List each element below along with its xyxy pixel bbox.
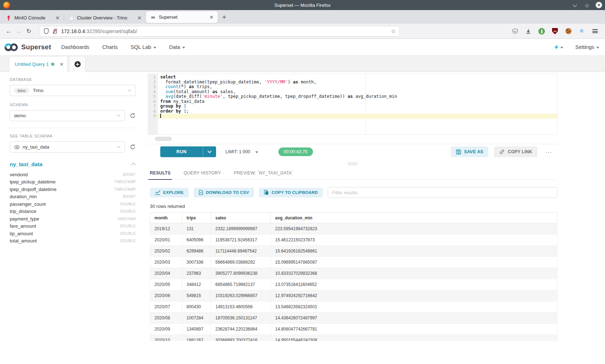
limit-dropdown[interactable]: LIMIT: 1 000 xyxy=(225,149,258,154)
shield-icon[interactable] xyxy=(44,28,49,34)
table-cell: 23628744.220236864 xyxy=(211,324,271,335)
table-cell: 15.641926182548861 xyxy=(271,246,557,256)
bookmark-star-icon[interactable]: ☆ xyxy=(391,28,396,35)
filter-results-input[interactable] xyxy=(328,187,557,198)
database-select[interactable]: trino Trino xyxy=(10,85,136,96)
window-close-button[interactable]: × xyxy=(596,2,602,8)
table-row: 2020/0780043014913153.460055613.54682358… xyxy=(150,301,557,313)
results-tab-query-history[interactable]: QUERY HISTORY xyxy=(184,166,221,179)
lock-disabled-icon[interactable] xyxy=(52,28,58,34)
schema-label: SCHEMA xyxy=(10,103,136,107)
database-badge: trino xyxy=(14,88,29,94)
editor-toolbar: RUN LIMIT: 1 000 00:00:43.75 SAVE AS xyxy=(148,144,557,159)
window-maximize-button[interactable]: ◇ xyxy=(584,2,590,8)
file-icon xyxy=(199,190,203,195)
forward-button[interactable]: → xyxy=(14,26,24,36)
results-tab-preview-ny-taxi-data[interactable]: PREVIEW: `NY_TAXI_DATA` xyxy=(234,166,293,179)
grid-header: monthtripssalesavg_duration_min xyxy=(150,212,557,223)
explore-label: EXPLORE xyxy=(163,190,184,195)
refresh-schema-button[interactable] xyxy=(130,113,136,119)
pane-splitter-handle[interactable] xyxy=(148,161,557,166)
tab-close-icon[interactable]: ✕ xyxy=(136,15,142,21)
reload-button[interactable]: ↻ xyxy=(24,26,34,36)
download-csv-button[interactable]: DOWNLOAD TO CSV xyxy=(194,188,254,197)
run-button[interactable]: RUN xyxy=(160,146,216,157)
table-cell: 2020/08 xyxy=(150,313,182,323)
query-tab-untitled[interactable]: Untitled Query 1 ✕ xyxy=(9,56,68,72)
grid-header-cell[interactable]: trips xyxy=(182,213,211,223)
refresh-table-button[interactable] xyxy=(130,144,136,150)
sparkle-extension-icon[interactable]: ✳ xyxy=(578,28,585,35)
grid-header-cell[interactable]: month xyxy=(150,213,182,223)
explore-button[interactable]: EXPLORE xyxy=(150,188,189,197)
extension-icon[interactable] xyxy=(538,28,545,35)
new-item-button[interactable]: + xyxy=(554,43,563,51)
run-dropdown-button[interactable] xyxy=(203,146,216,157)
back-button[interactable]: ← xyxy=(4,26,14,36)
settings-menu[interactable]: Settings xyxy=(575,44,599,50)
sql-editor[interactable]: 123456789 select format_datetime(tpep_pi… xyxy=(148,74,557,135)
nav-data[interactable]: Data xyxy=(169,44,185,50)
grid-header-cell[interactable]: sales xyxy=(211,213,271,223)
browser-tab-superset[interactable]: ∞ Superset ✕ xyxy=(146,11,218,23)
run-label[interactable]: RUN xyxy=(160,146,203,157)
browser-toolbar: ← → ↻ 172.18.0.4:32295/superset/sqllab/ … xyxy=(0,24,605,39)
new-tab-button[interactable]: + xyxy=(218,12,230,24)
tab-close-icon[interactable]: ✕ xyxy=(209,14,214,20)
code-line: format_datetime(tpep_pickup_datetime, 'Y… xyxy=(158,80,557,85)
menu-hamburger-icon[interactable] xyxy=(591,28,599,35)
table-cell: 2020/09 xyxy=(150,324,182,335)
downloads-icon[interactable] xyxy=(525,28,532,35)
column-row: fare_amountDOUBLE xyxy=(10,223,136,230)
window-minimize-button[interactable] xyxy=(572,2,578,8)
table-name-link[interactable]: ny_taxi_data xyxy=(10,161,42,167)
editor-hscrollbar[interactable] xyxy=(155,137,172,141)
column-type: BIGINT xyxy=(123,173,136,177)
cookie-extension-icon[interactable] xyxy=(565,28,572,35)
schema-select[interactable]: demo xyxy=(10,110,125,121)
results-tabbar: RESULTSQUERY HISTORYPREVIEW: `NY_TAXI_DA… xyxy=(148,166,557,180)
results-tab-results[interactable]: RESULTS xyxy=(150,166,171,179)
copy-clipboard-button[interactable]: COPY TO CLIPBOARD xyxy=(259,188,323,197)
link-icon xyxy=(499,149,505,155)
column-row: vendoridBIGINT xyxy=(10,171,136,178)
screen: Superset — Mozilla Firefox ◇ × MinIO Con… xyxy=(0,0,605,364)
code-line: from ny_taxi_data xyxy=(158,99,557,104)
pocket-icon[interactable] xyxy=(511,28,519,35)
chevron-down-icon xyxy=(117,146,121,148)
browser-tab-minio[interactable]: MinIO Console ✕ xyxy=(1,12,64,24)
url-bar[interactable]: 172.18.0.4:32295/superset/sqllab/ ☆ xyxy=(40,26,400,37)
table-select[interactable]: ny_taxi_data xyxy=(10,141,125,153)
copy-link-button[interactable]: COPY LINK xyxy=(494,146,537,157)
superset-logo[interactable]: Superset xyxy=(4,42,51,52)
nav-dashboards[interactable]: Dashboards xyxy=(61,44,89,50)
ublock-icon[interactable]: UO xyxy=(551,28,559,35)
column-name: tpep_pickup_datetime xyxy=(10,179,55,185)
column-type: DOUBLE xyxy=(120,239,136,243)
caret-down-icon xyxy=(560,47,563,49)
text-cursor xyxy=(160,114,161,118)
nav-charts[interactable]: Charts xyxy=(102,44,118,50)
browser-tab-trino[interactable]: Cluster Overview - Trino ✕ xyxy=(64,12,146,24)
table-cell: 14.806047742667781 xyxy=(271,324,557,335)
table-row: 2020/09134089723628744.22023686414.80604… xyxy=(150,324,557,335)
column-type: DOUBLE xyxy=(120,232,136,236)
nav-sql-lab[interactable]: SQL Lab xyxy=(131,44,156,50)
table-cell: 800430 xyxy=(182,301,211,312)
grid-header-cell[interactable]: avg_duration_min xyxy=(271,213,557,223)
tab-close-icon[interactable]: ✕ xyxy=(55,15,60,21)
more-options-button[interactable]: … xyxy=(543,147,555,157)
collapse-chevron-icon[interactable] xyxy=(131,163,136,167)
caret-down-icon xyxy=(182,47,185,49)
add-query-tab-button[interactable] xyxy=(69,56,86,72)
save-as-button[interactable]: SAVE AS xyxy=(451,146,488,157)
column-name: vendorid xyxy=(10,172,28,177)
eye-icon xyxy=(14,145,20,149)
query-tab-close-icon[interactable]: ✕ xyxy=(59,62,64,67)
superset-favicon-icon: ∞ xyxy=(150,14,156,20)
table-cell: 1681267 xyxy=(182,335,211,341)
results-actions: EXPLORE DOWNLOAD TO CSV COPY TO CLIPBOAR… xyxy=(150,187,557,198)
table-row: 2020/0654981510319263.02996685712.974924… xyxy=(150,290,557,301)
schema-value: demo xyxy=(14,113,26,118)
table-cell: 131 xyxy=(182,223,211,234)
